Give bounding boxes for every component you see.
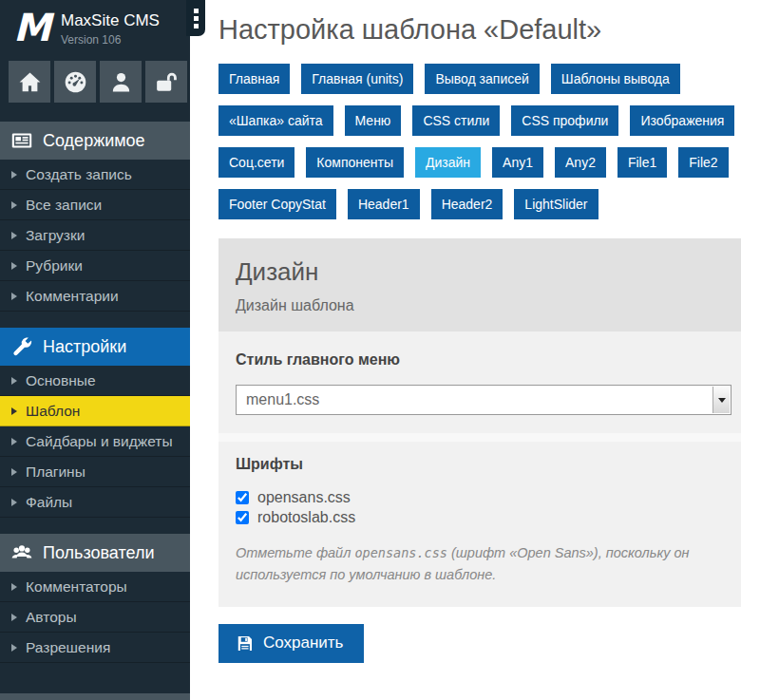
sidebar-nav: СодержимоеСоздать записьВсе записиЗагруз…	[0, 122, 190, 663]
vertical-dots-icon	[194, 9, 199, 13]
home-button[interactable]	[9, 61, 50, 103]
panel-body: Стиль главного меню menu1.css Шрифты ope…	[218, 331, 741, 607]
unlock-button[interactable]	[145, 61, 187, 103]
maxsite-logo: M	[13, 6, 59, 53]
font-checkbox-row[interactable]: opensans.css	[236, 489, 732, 506]
tab[interactable]: Соц.сети	[218, 147, 294, 178]
brand-title: MaxSite CMS	[61, 11, 160, 30]
fonts-label: Шрифты	[236, 456, 732, 473]
tab[interactable]: Меню	[345, 105, 402, 136]
tab[interactable]: Вывод записей	[425, 64, 539, 94]
sidebar-item-label: Шаблон	[26, 403, 80, 420]
tab[interactable]: Главная	[218, 64, 290, 94]
sidebar-item[interactable]: Все записи	[0, 190, 190, 220]
triangle-bullet-icon	[11, 293, 17, 300]
triangle-bullet-icon	[11, 614, 17, 621]
menu-style-select[interactable]: menu1.css	[236, 385, 732, 415]
tab[interactable]: «Шапка» сайта	[218, 105, 333, 136]
save-button-label: Сохранить	[263, 634, 343, 653]
sidebar-item[interactable]: Плагины	[0, 457, 190, 487]
sidebar-item[interactable]: Загрузки	[0, 220, 190, 251]
sidebar-brand-area: M MaxSite CMS Version 106	[0, 0, 190, 122]
sidebar-bottom-strip	[0, 693, 190, 700]
vertical-dots-icon	[194, 24, 199, 28]
sidebar-item[interactable]: Разрешения	[0, 633, 190, 663]
tab[interactable]: Изображения	[630, 105, 734, 136]
main-content: Настройка шаблона «Default» ГлавнаяГлавн…	[218, 0, 743, 663]
sidebar-item-label: Загрузки	[26, 227, 85, 244]
tab[interactable]: Any2	[555, 147, 606, 178]
dashboard-button[interactable]	[54, 61, 96, 103]
menu-style-label: Стиль главного меню	[236, 351, 732, 369]
sidebar-item[interactable]: Файлы	[0, 487, 190, 518]
fonts-note: Отметьте файл opensans.css (шрифт «Open …	[236, 542, 715, 586]
section-header-settings[interactable]: Настройки	[0, 328, 190, 366]
sidebar-item[interactable]: Авторы	[0, 602, 190, 633]
tab[interactable]: Шаблоны вывода	[551, 64, 680, 94]
section-label: Пользователи	[43, 543, 154, 563]
newspaper-icon	[10, 129, 33, 152]
tab[interactable]: File2	[678, 147, 728, 178]
tab-active[interactable]: Дизайн	[415, 147, 481, 178]
template-tabs: ГлавнаяГлавная (units)Вывод записейШабло…	[218, 64, 739, 219]
triangle-bullet-icon	[11, 201, 17, 209]
save-button[interactable]: Сохранить	[218, 624, 364, 663]
section-label: Настройки	[43, 337, 126, 357]
font-checkbox[interactable]	[236, 511, 249, 524]
sidebar-item-label: Плагины	[26, 464, 86, 481]
tab[interactable]: Компоненты	[306, 147, 404, 178]
tab[interactable]: LightSlider	[514, 189, 598, 219]
tab[interactable]: Any1	[492, 147, 543, 178]
tab[interactable]: CSS профили	[511, 105, 618, 136]
tab[interactable]: CSS стили	[412, 105, 500, 136]
font-checkbox[interactable]	[236, 491, 249, 504]
triangle-bullet-icon	[11, 407, 17, 415]
section-header-content[interactable]: Содержимое	[0, 122, 190, 160]
menu-style-select-value: menu1.css	[246, 391, 319, 408]
tab[interactable]: Footer CopyStat	[218, 189, 336, 219]
sidebar-item[interactable]: Сайдбары и виджеты	[0, 426, 190, 457]
panel-subtitle: Дизайн шаблона	[236, 297, 724, 314]
sidebar-toggle-button[interactable]	[186, 0, 205, 36]
triangle-bullet-icon	[11, 644, 17, 652]
unlock-icon	[154, 69, 180, 95]
sidebar: M MaxSite CMS Version 106 СодержимоеСозд…	[0, 0, 190, 700]
user-icon	[108, 69, 134, 95]
sidebar-item[interactable]: Шаблон	[0, 396, 190, 426]
tab[interactable]: File1	[618, 147, 667, 178]
sidebar-section-settings: НастройкиОсновныеШаблонСайдбары и виджет…	[0, 328, 190, 518]
page-title: Настройка шаблона «Default»	[218, 14, 743, 46]
user-button[interactable]	[100, 61, 142, 103]
sidebar-item[interactable]: Создать запись	[0, 160, 190, 190]
font-checkbox-label: opensans.css	[257, 489, 351, 506]
triangle-bullet-icon	[11, 499, 17, 506]
tab[interactable]: Header1	[348, 189, 420, 219]
tab[interactable]: Header2	[431, 189, 504, 219]
sidebar-item-label: Создать запись	[26, 166, 132, 183]
panel-header: Дизайн Дизайн шаблона	[218, 238, 741, 331]
triangle-bullet-icon	[11, 583, 17, 591]
chevron-down-icon[interactable]	[712, 387, 730, 413]
note-text: Отметьте файл	[236, 545, 354, 560]
sidebar-item[interactable]: Основные	[0, 366, 190, 396]
brand-text: MaxSite CMS Version 106	[61, 11, 160, 47]
sidebar-section-users: ПользователиКомментаторыАвторыРазрешения	[0, 534, 190, 663]
sidebar-item-label: Файлы	[26, 494, 72, 511]
font-checkbox-row[interactable]: robotoslab.css	[236, 509, 732, 526]
sidebar-item-label: Сайдбары и виджеты	[26, 433, 173, 450]
tab[interactable]: Главная (units)	[301, 64, 413, 94]
quick-buttons-row	[9, 61, 187, 103]
vertical-dots-icon	[194, 16, 199, 21]
sidebar-item-label: Рубрики	[26, 257, 83, 274]
section-label: Содержимое	[43, 131, 145, 151]
triangle-bullet-icon	[11, 232, 17, 239]
sidebar-item-label: Разрешения	[26, 639, 110, 656]
font-options: opensans.cssrobotoslab.css	[236, 489, 732, 526]
triangle-bullet-icon	[11, 171, 17, 179]
sidebar-item[interactable]: Комментаторы	[0, 572, 190, 602]
sidebar-item[interactable]: Рубрики	[0, 251, 190, 281]
sidebar-item[interactable]: Комментарии	[0, 281, 190, 312]
section-header-users[interactable]: Пользователи	[0, 534, 190, 572]
font-checkbox-label: robotoslab.css	[257, 509, 355, 526]
users-icon	[10, 541, 33, 564]
